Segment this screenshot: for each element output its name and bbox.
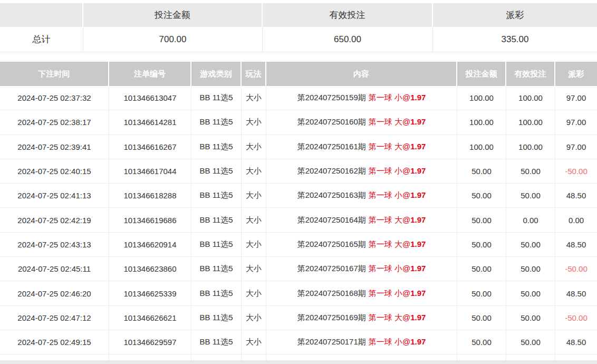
summary-header-payout: 派彩 — [433, 3, 597, 27]
bet-time-cell: 2024-07-25 02:42:19 — [0, 208, 109, 232]
order-id-cell: 101346613047 — [109, 86, 191, 110]
play-type-cell: 大小 — [242, 208, 266, 232]
play-type-cell: 大小 — [242, 257, 266, 281]
pick-and-odds: 第一球 大@1.97 — [369, 313, 426, 323]
pick-and-odds: 第一球 小@1.97 — [369, 337, 426, 347]
table-row: 2024-07-25 02:46:20 101346625339 BB 11选5… — [0, 281, 597, 305]
game-type-cell: BB 11选5 — [191, 135, 242, 159]
valid-bet-cell: 50.00 — [506, 257, 555, 281]
payout-cell: 97.00 — [555, 135, 597, 159]
pick-and-odds: 第一球 小@1.97 — [369, 190, 426, 200]
pick-and-odds: 第一球 大@1.97 — [369, 117, 426, 127]
bet-content-cell: 第202407250161期 第一球 大@1.97 — [266, 135, 457, 159]
bet-amount-cell: 50.00 — [457, 330, 506, 354]
table-body: 2024-07-25 02:37:32 101346613047 BB 11选5… — [0, 86, 597, 355]
summary-header-valid-bet: 有效投注 — [263, 3, 433, 27]
summary-bet-total: 700.00 — [83, 27, 263, 52]
table-row: 2024-07-25 02:39:41 101346616267 BB 11选5… — [0, 135, 597, 159]
play-type-cell: 大小 — [242, 233, 266, 256]
play-type-cell: 大小 — [242, 135, 266, 159]
period-number: 第202407250165期 — [297, 240, 366, 250]
valid-bet-cell: 50.00 — [506, 233, 555, 256]
bet-content-cell: 第202407250167期 第一球 小@1.97 — [266, 257, 457, 281]
order-id-cell: 101346616267 — [109, 135, 191, 159]
valid-bet-cell: 50.00 — [506, 159, 555, 183]
cut-off-row — [0, 355, 597, 360]
summary-valid-total: 650.00 — [263, 27, 433, 52]
valid-bet-cell: 100.00 — [506, 135, 555, 159]
order-id-cell: 101346623860 — [109, 257, 191, 281]
bet-amount-cell: 50.00 — [457, 184, 506, 207]
bet-content-cell: 第202407250169期 第一球 大@1.97 — [266, 306, 457, 330]
summary-payout-total: 335.00 — [433, 27, 597, 52]
col-header-bet-time: 下注时间 — [0, 62, 109, 86]
order-id-cell: 101346619686 — [109, 208, 191, 232]
game-type-cell: BB 11选5 — [191, 257, 242, 281]
col-header-play-type: 玩法 — [242, 62, 266, 86]
period-number: 第202407250171期 — [297, 337, 366, 347]
valid-bet-cell: 50.00 — [506, 306, 555, 330]
col-header-payout: 派彩 — [555, 62, 597, 86]
game-type-cell: BB 11选5 — [191, 330, 242, 354]
period-number: 第202407250168期 — [297, 289, 366, 299]
play-type-cell: 大小 — [242, 306, 266, 330]
period-number: 第202407250167期 — [297, 264, 366, 274]
period-number: 第202407250162期 — [297, 166, 366, 176]
bet-amount-cell: 50.00 — [457, 233, 506, 256]
payout-cell: -50.00 — [555, 257, 597, 281]
order-id-cell: 101346614281 — [109, 110, 191, 134]
bet-amount-cell: 50.00 — [457, 306, 506, 330]
order-id-cell: 101346629597 — [109, 330, 191, 354]
bet-time-cell: 2024-07-25 02:40:15 — [0, 159, 109, 183]
table-row: 2024-07-25 02:40:15 101346617044 BB 11选5… — [0, 159, 597, 184]
play-type-cell: 大小 — [242, 86, 266, 110]
pick-and-odds: 第一球 大@1.97 — [369, 142, 426, 152]
summary-table: 投注金额 有效投注 派彩 总计 700.00 650.00 335.00 — [0, 3, 597, 52]
period-number: 第202407250164期 — [297, 215, 366, 225]
bet-amount-cell: 50.00 — [457, 159, 506, 183]
period-number: 第202407250160期 — [297, 117, 366, 127]
bet-content-cell: 第202407250164期 第一球 大@1.97 — [266, 208, 457, 232]
game-type-cell: BB 11选5 — [191, 233, 242, 256]
bet-time-cell: 2024-07-25 02:37:32 — [0, 86, 109, 110]
table-row: 2024-07-25 02:41:13 101346618288 BB 11选5… — [0, 184, 597, 208]
footer-bar-partial — [0, 360, 597, 364]
col-header-game-type: 游戏类别 — [191, 62, 242, 86]
payout-cell: 48.50 — [555, 330, 597, 354]
valid-bet-cell: 50.00 — [506, 184, 555, 207]
summary-header-blank — [0, 3, 83, 27]
order-id-cell: 101346617044 — [109, 159, 191, 183]
pick-and-odds: 第一球 大@1.97 — [369, 215, 426, 225]
bet-time-cell: 2024-07-25 02:49:15 — [0, 330, 109, 354]
game-type-cell: BB 11选5 — [191, 86, 242, 110]
payout-cell: -50.00 — [555, 159, 597, 183]
pick-and-odds: 第一球 小@1.97 — [369, 289, 426, 299]
bet-time-cell: 2024-07-25 02:47:12 — [0, 306, 109, 330]
play-type-cell: 大小 — [242, 184, 266, 207]
table-gap — [0, 52, 597, 62]
play-type-cell: 大小 — [242, 330, 266, 354]
col-header-bet-amount: 投注金额 — [457, 62, 506, 86]
bet-time-cell: 2024-07-25 02:41:13 — [0, 184, 109, 207]
game-type-cell: BB 11选5 — [191, 306, 242, 330]
bet-time-cell: 2024-07-25 02:39:41 — [0, 135, 109, 159]
bet-amount-cell: 100.00 — [457, 110, 506, 134]
valid-bet-cell: 100.00 — [506, 110, 555, 134]
valid-bet-cell: 0.00 — [506, 208, 555, 232]
game-type-cell: BB 11选5 — [191, 208, 242, 232]
table-row: 2024-07-25 02:37:32 101346613047 BB 11选5… — [0, 86, 597, 110]
bet-amount-cell: 50.00 — [457, 257, 506, 281]
table-row: 2024-07-25 02:49:15 101346629597 BB 11选5… — [0, 330, 597, 355]
bet-amount-cell: 50.00 — [457, 281, 506, 305]
payout-cell: 97.00 — [555, 110, 597, 134]
order-id-cell: 101346626621 — [109, 306, 191, 330]
col-header-order-id: 注单编号 — [109, 62, 191, 86]
bet-amount-cell: 100.00 — [457, 135, 506, 159]
summary-header-bet-amount: 投注金额 — [83, 3, 263, 27]
summary-header-row: 投注金额 有效投注 派彩 — [0, 3, 597, 27]
bet-content-cell: 第202407250159期 第一球 小@1.97 — [266, 86, 457, 110]
period-number: 第202407250169期 — [297, 313, 366, 323]
pick-and-odds: 第一球 大@1.97 — [369, 240, 426, 250]
bet-content-cell: 第202407250168期 第一球 小@1.97 — [266, 281, 457, 305]
play-type-cell: 大小 — [242, 281, 266, 305]
